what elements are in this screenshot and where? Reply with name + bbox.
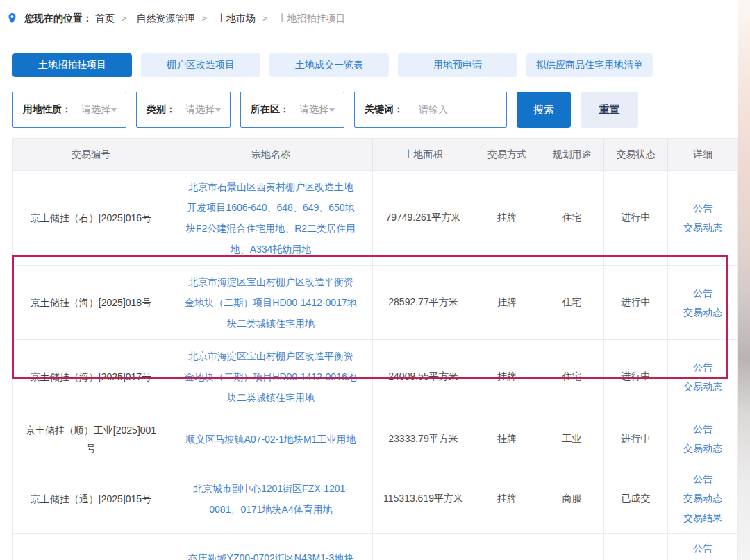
- detail-link[interactable]: 公告: [693, 470, 712, 489]
- cell-parcel-name-link[interactable]: 北京城市副中心1201街区FZX-1201-0081、0171地块A4体育用地: [169, 464, 373, 533]
- tab[interactable]: 用地预申请: [398, 53, 517, 77]
- detail-link[interactable]: 公告: [693, 420, 712, 439]
- breadcrumb-item[interactable]: 首页: [95, 12, 115, 25]
- table-body: 京土储挂（石）[2025]016号 北京市石景山区西黄村棚户区改造土地开发项目1…: [13, 170, 738, 560]
- cell-land-area: 24009.55平方米: [373, 340, 474, 414]
- cell-detail-links: 公告 交易动态: [668, 266, 738, 339]
- reset-button[interactable]: 重置: [581, 92, 638, 128]
- filter-select[interactable]: 用地性质： 请选择: [12, 92, 126, 128]
- breadcrumb: 您现在的位置： 首页 > 自然资源管理 > 土地市场 > 土地招拍挂项目 >: [0, 0, 738, 37]
- cell-land-area: 79749.261平方米: [373, 171, 474, 265]
- filter-select-value: 请选择: [185, 103, 215, 116]
- cell-transaction-status: 已成交: [604, 534, 668, 560]
- cell-land-area: 40202.42平方米: [373, 534, 474, 560]
- cell-parcel-name-link[interactable]: 北京市石景山区西黄村棚户区改造土地开发项目1606-640、648、649、65…: [169, 171, 373, 265]
- breadcrumb-items: 首页 > 自然资源管理 > 土地市场 > 土地招拍挂项目 >: [95, 12, 345, 25]
- breadcrumb-item[interactable]: 土地招拍挂项目: [277, 12, 345, 25]
- breadcrumb-separator: >: [201, 13, 207, 24]
- cell-land-area: 23333.79平方米: [373, 414, 474, 464]
- table-row: 京土储挂（海）[2025]017号 北京市海淀区宝山村棚户区改造平衡资金地块（二…: [13, 339, 738, 414]
- breadcrumb-separator: >: [262, 13, 268, 24]
- cell-transaction-status: 进行中: [604, 414, 668, 464]
- cell-transaction-status: 进行中: [604, 171, 668, 265]
- cell-detail-links: 公告 交易动态 交易结果: [668, 464, 738, 533]
- location-pin-icon: [7, 12, 17, 24]
- tab[interactable]: 土地成交一览表: [269, 53, 389, 77]
- keyword-label: 关键词：: [365, 103, 403, 116]
- filter-select[interactable]: 所在区： 请选择: [240, 92, 344, 128]
- table-row: 京土储挂（石）[2025]016号 北京市石景山区西黄村棚户区改造土地开发项目1…: [13, 170, 738, 265]
- filter-select-label: 类别：: [147, 103, 176, 116]
- cell-detail-links: 公告 交易动态: [668, 414, 738, 464]
- cell-transaction-id: 京开国土挂[2025]03号: [13, 534, 169, 560]
- column-header: 规划用途: [540, 139, 604, 170]
- filter-select-label: 用地性质：: [23, 103, 72, 116]
- detail-link[interactable]: 交易动态: [683, 489, 722, 508]
- filter-select-label: 所在区：: [251, 103, 290, 116]
- breadcrumb-item[interactable]: 土地市场: [217, 12, 256, 25]
- cell-detail-links: 公告 交易动态: [668, 171, 738, 265]
- detail-link[interactable]: 公告: [693, 358, 712, 377]
- cell-parcel-name-link[interactable]: 亦庄新城YZ00-0702街区N43M1-3地块工业项目: [169, 534, 373, 560]
- detail-link[interactable]: 交易结果: [683, 509, 722, 527]
- cell-planned-use: 工业: [540, 534, 604, 560]
- cell-transaction-method: 挂牌: [474, 340, 540, 414]
- detail-link[interactable]: 公告: [693, 284, 712, 303]
- column-header: 详细: [668, 139, 738, 170]
- breadcrumb-item[interactable]: 自然资源管理: [136, 12, 194, 25]
- column-header: 土地面积: [373, 139, 474, 170]
- detail-link[interactable]: 公告: [693, 199, 712, 218]
- detail-link[interactable]: 交易动态: [683, 439, 722, 458]
- tab[interactable]: 棚户区改造项目: [141, 53, 260, 77]
- chevron-down-icon: [328, 108, 335, 112]
- cell-transaction-status: 进行中: [604, 340, 668, 414]
- keyword-field: 关键词：: [354, 92, 507, 128]
- cell-detail-links: 公告 交易动态 交易结果: [668, 534, 738, 560]
- tab[interactable]: 拟供应商品住宅用地清单: [526, 53, 653, 77]
- tab[interactable]: 土地招拍挂项目: [12, 53, 132, 77]
- column-header: 宗地名称: [169, 139, 373, 170]
- breadcrumb-label: 您现在的位置：: [24, 12, 92, 25]
- filter-select-value: 请选择: [299, 103, 328, 116]
- filter-bar: 用地性质： 请选择 类别： 请选择 所在区： 请选择 关键词： 搜索 重置: [12, 92, 750, 128]
- cell-planned-use: 住宅: [540, 266, 604, 339]
- cell-parcel-name-link[interactable]: 北京市海淀区宝山村棚户区改造平衡资金地块（二期）项目HD00-1412-0017…: [169, 266, 373, 339]
- cell-transaction-method: 挂牌: [474, 414, 540, 464]
- cell-land-area: 28592.77平方米: [373, 266, 474, 339]
- cell-planned-use: 住宅: [540, 171, 604, 265]
- detail-link[interactable]: 交易动态: [683, 303, 722, 322]
- cell-detail-links: 公告 交易动态: [668, 340, 738, 414]
- keyword-input[interactable]: [419, 104, 495, 115]
- table-row: 京土储挂（通）[2025]015号 北京城市副中心1201街区FZX-1201-…: [13, 464, 738, 533]
- cell-transaction-method: 挂牌: [474, 266, 540, 339]
- cell-transaction-method: 挂牌: [474, 171, 540, 265]
- filter-select[interactable]: 类别： 请选择: [136, 92, 231, 128]
- cell-transaction-id: 京土储挂（石）[2025]016号: [13, 171, 169, 265]
- detail-link[interactable]: 交易动态: [683, 219, 722, 237]
- cell-transaction-status: 已成交: [604, 464, 668, 533]
- cell-parcel-name-link[interactable]: 顺义区马坡镇A07-02-1地块M1工业用地: [169, 414, 373, 464]
- breadcrumb-separator: >: [122, 13, 127, 24]
- detail-link[interactable]: 交易动态: [683, 377, 722, 396]
- page-edge-texture: [738, 0, 750, 560]
- table-header-row: 交易编号 宗地名称 土地面积 交易方式 规划用途 交易状态 详细: [13, 139, 738, 170]
- detail-link[interactable]: 公告: [693, 539, 712, 558]
- table-row: 京土储挂（顺）工业[2025]001号 顺义区马坡镇A07-02-1地块M1工业…: [13, 414, 738, 464]
- cell-land-area: 115313.619平方米: [373, 464, 474, 533]
- land-listing-table: 交易编号 宗地名称 土地面积 交易方式 规划用途 交易状态 详细 京土储挂（石）…: [12, 138, 738, 560]
- chevron-down-icon: [215, 108, 222, 112]
- chevron-down-icon: [110, 108, 117, 112]
- column-header: 交易编号: [13, 139, 169, 170]
- cell-planned-use: 工业: [540, 414, 604, 464]
- cell-planned-use: 商服: [540, 464, 604, 533]
- search-button[interactable]: 搜索: [517, 92, 571, 128]
- cell-transaction-id: 京土储挂（通）[2025]015号: [13, 464, 169, 533]
- tab-bar: 土地招拍挂项目 棚户区改造项目 土地成交一览表 用地预申请 拟供应商品住宅用地清…: [12, 53, 750, 77]
- cell-transaction-method: 挂牌: [474, 534, 540, 560]
- cell-parcel-name-link[interactable]: 北京市海淀区宝山村棚户区改造平衡资金地块（二期）项目HD00-1412-0016…: [169, 340, 373, 414]
- table-row: 京土储挂（海）[2025]018号 北京市海淀区宝山村棚户区改造平衡资金地块（二…: [13, 265, 738, 339]
- cell-transaction-id: 京土储挂（顺）工业[2025]001号: [13, 414, 169, 464]
- cell-transaction-method: 挂牌: [474, 464, 540, 533]
- table-row: 京开国土挂[2025]03号 亦庄新城YZ00-0702街区N43M1-3地块工…: [13, 533, 738, 560]
- column-header: 交易方式: [474, 139, 540, 170]
